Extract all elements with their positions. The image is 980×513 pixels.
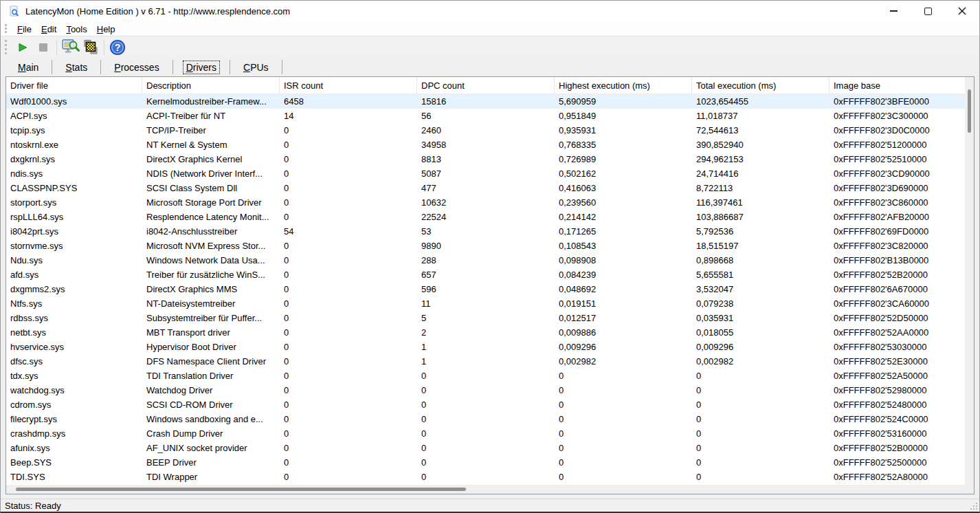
table-row[interactable]: hvservice.sysHypervisor Boot Driver010,0… — [6, 340, 974, 354]
window-controls — [876, 1, 979, 21]
help-icon: ? — [109, 39, 126, 56]
resize-grip[interactable] — [970, 502, 978, 510]
column-header-total-execution-ms[interactable]: Total execution (ms) — [692, 77, 829, 94]
menu-file[interactable]: File — [12, 23, 36, 35]
vertical-scrollbar-thumb[interactable] — [968, 89, 971, 133]
cell-description: Crash Dump Driver — [142, 428, 280, 439]
cell-isr-count: 0 — [280, 241, 417, 251]
cell-isr-count: 0 — [280, 371, 417, 381]
cell-total-execution-ms: 0 — [692, 385, 829, 395]
column-header-dpc-count[interactable]: DPC count — [417, 77, 555, 94]
cell-image-base: 0xFFFFF802'52A80000 — [829, 472, 974, 482]
table-row[interactable]: Ndu.sysWindows Network Data Usa...02880,… — [6, 253, 974, 268]
cell-isr-count: 0 — [280, 183, 417, 193]
help-button[interactable]: ? — [107, 38, 128, 57]
cell-image-base: 0xFFFFF802'52500000 — [829, 457, 974, 468]
cell-dpc-count: 0 — [417, 385, 555, 395]
cell-description: Windows Network Data Usa... — [142, 255, 280, 265]
minimize-button[interactable] — [876, 1, 911, 21]
menu-bar: FileEditToolsHelp — [1, 21, 979, 36]
cell-image-base: 0xFFFFF802'3C860000 — [829, 197, 974, 208]
menu-help[interactable]: Help — [92, 23, 120, 35]
cell-highest-execution-ms: 0,002982 — [555, 356, 692, 367]
column-header-isr-count[interactable]: ISR count — [280, 77, 417, 94]
options-button[interactable] — [60, 38, 80, 57]
cell-driver-file: rdbss.sys — [6, 313, 142, 323]
cell-driver-file: Ntfs.sys — [6, 298, 142, 309]
vertical-scrollbar[interactable] — [965, 77, 974, 485]
cell-driver-file: storport.sys — [6, 197, 142, 208]
cell-isr-count: 0 — [280, 313, 417, 323]
cell-driver-file: hvservice.sys — [6, 342, 142, 352]
close-button[interactable] — [945, 1, 979, 21]
table-row[interactable]: afd.sysTreiber für zusätzliche WinS...06… — [6, 268, 974, 282]
table-row[interactable]: rspLLL64.sysResplendence Latency Monit..… — [6, 210, 974, 224]
table-row[interactable]: dxgmms2.sysDirectX Graphics MMS05960,048… — [6, 282, 974, 296]
cell-description: DirectX Graphics MMS — [142, 284, 280, 294]
table-row[interactable]: TDI.SYSTDI Wrapper00000xFFFFF802'52A8000… — [6, 470, 974, 484]
table-row[interactable]: ACPI.sysACPI-Treiber für NT14560,9518491… — [6, 109, 974, 123]
table-row[interactable]: watchdog.sysWatchdog Driver00000xFFFFF80… — [6, 383, 974, 397]
cell-total-execution-ms: 0 — [692, 400, 829, 410]
tab-separator — [282, 60, 282, 74]
table-row[interactable]: ntoskrnl.exeNT Kernel & System0349580,76… — [6, 138, 974, 152]
tab-drivers[interactable]: Drivers — [173, 58, 230, 76]
start-monitor-button[interactable] — [12, 38, 33, 57]
table-row[interactable]: Ntfs.sysNT-Dateisystemtreiber0110,019151… — [6, 296, 974, 311]
report-button[interactable] — [80, 38, 101, 57]
table-row[interactable]: tdx.sysTDI Translation Driver00000xFFFFF… — [6, 369, 974, 383]
column-header-description[interactable]: Description — [142, 77, 280, 94]
column-header-image-base[interactable]: Image base — [829, 77, 974, 94]
cell-highest-execution-ms: 0,009296 — [555, 342, 692, 352]
tab-main[interactable]: Main — [5, 58, 52, 76]
cell-total-execution-ms: 1023,654455 — [692, 96, 829, 107]
tab-cpus[interactable]: CPUs — [230, 58, 282, 76]
table-row[interactable]: cdrom.sysSCSI CD-ROM Driver00000xFFFFF80… — [6, 397, 974, 412]
maximize-button[interactable] — [911, 1, 945, 21]
table-row[interactable]: dxgkrnl.sysDirectX Graphics Kernel088130… — [6, 152, 974, 166]
menu-edit[interactable]: Edit — [36, 23, 61, 35]
cell-highest-execution-ms: 0 — [555, 443, 692, 453]
table-row[interactable]: stornvme.sysMicrosoft NVM Express Stor..… — [6, 239, 974, 253]
cell-highest-execution-ms: 0,171265 — [555, 226, 692, 237]
cell-driver-file: TDI.SYS — [6, 472, 142, 482]
tab-processes[interactable]: Processes — [101, 58, 172, 76]
cell-description: NT-Dateisystemtreiber — [142, 298, 280, 309]
menu-items: FileEditToolsHelp — [12, 23, 120, 35]
table-row[interactable]: CLASSPNP.SYSSCSI Class System Dll04770,4… — [6, 181, 974, 195]
table-row[interactable]: rdbss.sysSubsystemtreiber für Puffer...0… — [6, 311, 974, 325]
table-row[interactable]: filecrypt.sysWindows sandboxing and e...… — [6, 412, 974, 426]
menu-tools[interactable]: Tools — [61, 23, 91, 35]
cell-description: NDIS (Network Driver Interf... — [142, 168, 280, 179]
cell-dpc-count: 596 — [417, 284, 555, 294]
tab-stats[interactable]: Stats — [52, 58, 100, 76]
cell-description: TCP/IP-Treiber — [142, 125, 280, 135]
table-row[interactable]: Beep.SYSBEEP Driver00000xFFFFF802'525000… — [6, 455, 974, 470]
table-row[interactable]: dfsc.sysDFS Namespace Client Driver010,0… — [6, 354, 974, 369]
cell-image-base: 0xFFFFF802'52480000 — [829, 400, 974, 410]
cell-dpc-count: 1 — [417, 356, 555, 367]
table-row[interactable]: crashdmp.sysCrash Dump Driver00000xFFFFF… — [6, 426, 974, 441]
column-header-highest-execution-ms[interactable]: Highest execution (ms) — [555, 77, 692, 94]
cell-highest-execution-ms: 0,009886 — [555, 327, 692, 338]
cell-highest-execution-ms: 5,690959 — [555, 96, 692, 107]
cell-dpc-count: 0 — [417, 414, 555, 424]
tab-label-drivers: Drivers — [183, 61, 219, 74]
table-row[interactable]: ndis.sysNDIS (Network Driver Interf...05… — [6, 166, 974, 181]
table-row[interactable]: netbt.sysMBT Transport driver020,0098860… — [6, 325, 974, 340]
cell-isr-count: 0 — [280, 197, 417, 208]
table-row[interactable]: afunix.sysAF_UNIX socket provider00000xF… — [6, 441, 974, 455]
copy-pages-icon — [82, 39, 99, 55]
table-row[interactable]: Wdf01000.sysKernelmodustreiber-Framew...… — [6, 94, 974, 109]
table-row[interactable]: storport.sysMicrosoft Storage Port Drive… — [6, 195, 974, 210]
cell-dpc-count: 0 — [417, 400, 555, 410]
cell-description: ACPI-Treiber für NT — [142, 111, 280, 121]
table-row[interactable]: tcpip.sysTCP/IP-Treiber024600,93593172,5… — [6, 123, 974, 138]
cell-highest-execution-ms: 0,502162 — [555, 168, 692, 179]
table-row[interactable]: i8042prt.sysi8042-Anschlusstreiber54530,… — [6, 224, 974, 239]
stop-monitor-button[interactable] — [33, 38, 54, 57]
horizontal-scrollbar-thumb[interactable] — [16, 488, 466, 491]
horizontal-scrollbar[interactable] — [6, 485, 965, 494]
column-header-driver-file[interactable]: Driver file — [6, 77, 142, 94]
cell-highest-execution-ms: 0,098908 — [555, 255, 692, 265]
